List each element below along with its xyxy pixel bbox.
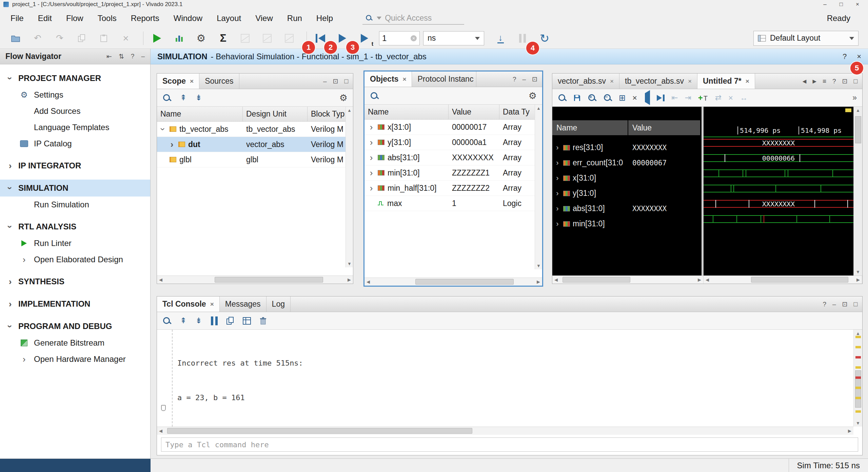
prev-transition-icon[interactable]: ⇤ [671, 93, 678, 102]
menu-layout[interactable]: Layout [210, 11, 248, 25]
tab-scope[interactable]: Scope × [157, 74, 199, 89]
vertical-scrollbar[interactable]: ▲▼ [346, 107, 353, 267]
horizontal-scrollbar[interactable]: ◀▶ [364, 278, 542, 286]
tab-prev-icon[interactable]: ◀ [803, 78, 807, 84]
minimize-panel-icon[interactable]: – [522, 76, 526, 83]
tab-log[interactable]: Log [267, 296, 291, 312]
minimize-icon[interactable]: – [823, 1, 826, 8]
horizontal-scrollbar[interactable]: ◀▶ [157, 427, 853, 435]
tab-vector-abs-sv[interactable]: vector_abs.sv × [552, 74, 619, 89]
menu-run[interactable]: Run [280, 11, 309, 25]
tcl-command-input[interactable] [165, 440, 854, 449]
sidebar-item-generate-bitstream[interactable]: Generate Bitstream [0, 335, 150, 351]
goto-time-end-icon[interactable] [657, 95, 665, 101]
chevron-right-icon[interactable]: › [554, 189, 560, 198]
vertical-scrollbar[interactable]: ▲▼ [853, 107, 862, 275]
chevron-right-icon[interactable]: › [554, 220, 560, 228]
table-row[interactable]: ›y[31:0] 000000a1 Array [364, 135, 542, 150]
expand-all-icon[interactable]: ⇟ [195, 93, 202, 102]
menu-window[interactable]: Window [166, 11, 210, 25]
section-implementation[interactable]: › IMPLEMENTATION [0, 295, 150, 312]
copy-icon[interactable] [226, 317, 234, 325]
sidebar-item-open-elaborated-design[interactable]: › Open Elaborated Design [0, 251, 150, 268]
menu-file[interactable]: File [3, 11, 31, 25]
layout-selector[interactable]: Default Layout [753, 31, 859, 46]
zoom-out-icon[interactable]: − [603, 94, 612, 102]
close-icon[interactable]: × [857, 52, 861, 61]
wave-column-name[interactable]: Name [552, 120, 628, 135]
wave-signal-row[interactable]: ›min[31:0] [552, 216, 702, 231]
vertical-scrollbar[interactable]: ▲▼ [853, 330, 862, 427]
chevron-right-icon[interactable]: › [554, 159, 560, 167]
swap-icon[interactable]: ⇄ [715, 93, 722, 102]
wave-signal-row[interactable]: ›y[31:0] [552, 186, 702, 201]
open-project-icon[interactable] [8, 31, 23, 46]
relaunch-simulation-icon[interactable]: ↻ [537, 31, 552, 46]
menu-view[interactable]: View [248, 11, 280, 25]
column-value[interactable]: Value [449, 105, 499, 119]
run-time-input[interactable] [382, 34, 411, 43]
gear-icon[interactable]: ⚙ [339, 93, 348, 103]
vertical-scrollbar[interactable]: ▲▼ [535, 105, 542, 269]
chevron-right-icon[interactable]: › [368, 153, 375, 162]
disabled-tool-icon[interactable] [282, 31, 297, 46]
column-name[interactable]: Name [157, 107, 243, 121]
help-icon[interactable]: ? [513, 76, 516, 83]
save-icon[interactable] [573, 94, 581, 102]
table-row[interactable]: ›abs[31:0] XXXXXXXX Array [364, 150, 542, 165]
tab-next-icon[interactable]: ▶ [812, 78, 816, 84]
close-icon[interactable]: × [746, 78, 749, 85]
tab-messages[interactable]: Messages [220, 296, 267, 312]
sigma-report-icon[interactable]: Σ [216, 31, 231, 46]
sidebar-item-ip-catalog[interactable]: IP Catalog [0, 136, 150, 152]
undo-icon[interactable]: ↶ [30, 31, 45, 46]
marker-flag-icon[interactable] [845, 108, 851, 112]
report-chart-icon[interactable] [172, 31, 186, 46]
column-name[interactable]: Name [364, 105, 449, 119]
menu-reports[interactable]: Reports [124, 11, 166, 25]
chevron-right-icon[interactable]: › [368, 184, 375, 192]
fit-width-icon[interactable]: ↔ [740, 93, 748, 102]
delete-marker-icon[interactable]: × [728, 93, 733, 103]
settings-gear-icon[interactable]: ⚙ [194, 31, 209, 46]
chevron-down-icon[interactable]: › [159, 126, 167, 132]
wave-signal-row[interactable]: ›abs[31:0] XXXXXXXX [552, 201, 702, 216]
float-panel-icon[interactable]: ⊡ [842, 77, 848, 85]
tab-sources[interactable]: Sources [199, 74, 239, 89]
collapse-all-icon[interactable]: ⇞ [180, 93, 186, 102]
remove-cursor-icon[interactable]: × [632, 93, 637, 103]
expand-all-icon[interactable]: ⇟ [195, 316, 202, 325]
sort-icon[interactable]: ⇅ [119, 53, 124, 60]
disabled-tool-icon[interactable] [260, 31, 275, 46]
wave-signal-row[interactable]: ›err_count[31:0 00000067 [552, 155, 702, 170]
section-ip-integrator[interactable]: › IP INTEGRATOR [0, 157, 150, 174]
column-design-unit[interactable]: Design Unit [243, 107, 308, 121]
maximize-panel-icon[interactable]: □ [344, 78, 348, 85]
float-panel-icon[interactable]: ⊡ [842, 300, 848, 308]
paste-icon[interactable] [96, 31, 111, 46]
minimize-panel-icon[interactable]: – [141, 53, 145, 60]
console-output[interactable]: Incorrect res at time 515ns: a = 23, b =… [157, 330, 862, 427]
copy-icon[interactable] [74, 31, 89, 46]
add-marker-icon[interactable]: + [698, 93, 708, 103]
table-row[interactable]: › glbl glbl Verilog M [157, 152, 353, 167]
chevron-right-icon[interactable]: › [368, 123, 375, 131]
delete-icon[interactable]: × [118, 31, 133, 46]
help-icon[interactable]: ? [823, 301, 826, 308]
minimize-panel-icon[interactable]: – [323, 78, 327, 85]
close-icon[interactable]: × [402, 76, 406, 83]
maximize-icon[interactable]: □ [840, 1, 843, 8]
zoom-in-icon[interactable]: + [588, 94, 596, 102]
redo-icon[interactable]: ↷ [52, 31, 67, 46]
dock-icon[interactable]: ⇤ [106, 53, 112, 60]
section-program-and-debug[interactable]: › PROGRAM AND DEBUG [0, 318, 150, 335]
menu-help[interactable]: Help [309, 11, 340, 25]
menu-flow[interactable]: Flow [59, 11, 91, 25]
table-row[interactable]: ›x[31:0] 00000017 Array [364, 120, 542, 135]
sidebar-item-run-simulation[interactable]: Run Simulation [0, 197, 150, 213]
section-simulation[interactable]: › SIMULATION [0, 180, 150, 197]
tab-tb-vector-abs-sv[interactable]: tb_vector_abs.sv × [619, 74, 697, 89]
maximize-panel-icon[interactable]: □ [854, 78, 857, 85]
section-rtl-analysis[interactable]: › RTL ANALYSIS [0, 218, 150, 235]
wave-signal-row[interactable]: ›res[31:0] XXXXXXXX [552, 140, 702, 155]
